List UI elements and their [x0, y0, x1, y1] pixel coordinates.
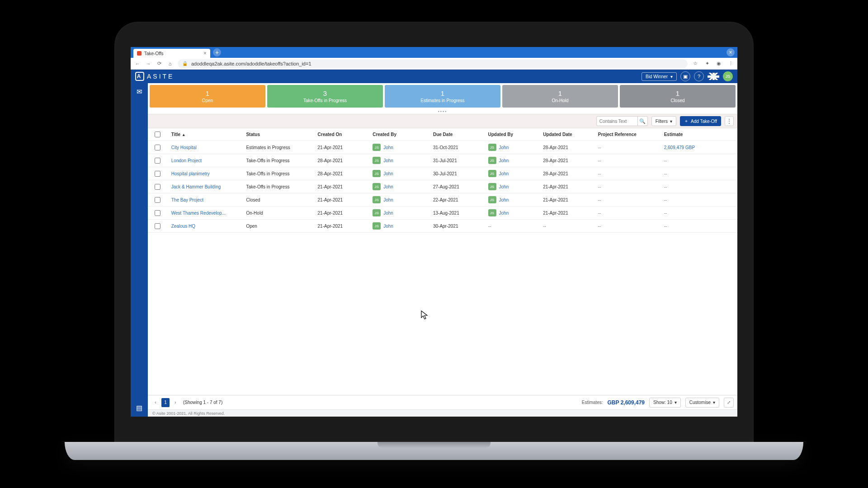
table-row[interactable]: Hospital planimetryTake-Offs in Progress… — [148, 167, 737, 180]
table-row[interactable]: The Bay ProjectClosed21-Apr-2021JSJohn22… — [148, 193, 737, 206]
user-chip[interactable]: JSJohn — [373, 209, 393, 216]
table-row[interactable]: Zealous HQOpen21-Apr-2021JSJohn30-Apr-20… — [148, 220, 737, 233]
laptop-bezel: Take-Offs × + × ← → ⟳ ⌂ 🔒 adoddleqa2ak.a… — [114, 22, 754, 442]
cell-title-link[interactable]: City Hospital — [171, 145, 197, 150]
cell-title: Hospital planimetry — [168, 167, 243, 180]
search-button[interactable]: 🔍 — [637, 117, 647, 126]
cell-estimate: 2,609,479 GBP — [660, 141, 737, 154]
col-updated-by[interactable]: Updated By — [485, 128, 540, 141]
status-card[interactable]: 3Take-Offs in Progress — [267, 85, 383, 108]
tab-close-icon[interactable]: × — [203, 50, 207, 56]
nav-forward-icon[interactable]: → — [145, 61, 151, 67]
status-card[interactable]: 1Open — [150, 85, 265, 108]
help-button[interactable]: ? — [694, 71, 704, 81]
user-chip[interactable]: JSJohn — [488, 183, 509, 190]
status-card[interactable]: 1Closed — [620, 85, 736, 108]
user-chip[interactable]: JSJohn — [488, 157, 509, 164]
user-chip[interactable]: JSJohn — [488, 144, 509, 151]
locale-flag-uk[interactable] — [708, 73, 719, 80]
show-count-dropdown[interactable]: Show: 10 ▾ — [649, 398, 681, 408]
role-dropdown[interactable]: Bid Winner ▾ — [642, 72, 677, 81]
browser-menu-icon[interactable]: ⋮ — [727, 61, 734, 67]
col-estimate[interactable]: Estimate — [660, 128, 737, 141]
search-input[interactable] — [597, 119, 637, 124]
table-row[interactable]: West Thames Redevelop...On-Hold21-Apr-20… — [148, 206, 737, 220]
table-row[interactable]: London ProjectTake-Offs in Progress28-Ap… — [148, 154, 737, 167]
cell-title-link[interactable]: West Thames Redevelop... — [171, 211, 226, 216]
user-badge: JS — [488, 196, 496, 203]
nav-reload-icon[interactable]: ⟳ — [156, 61, 162, 67]
cell-updated-by: -- — [485, 220, 540, 233]
new-tab-button[interactable]: + — [213, 48, 221, 56]
col-due-date[interactable]: Due Date — [429, 128, 485, 141]
cell-title-link[interactable]: Jack & Hammer Building — [171, 184, 221, 189]
nav-back-icon[interactable]: ← — [134, 61, 141, 67]
row-checkbox[interactable] — [155, 210, 160, 216]
pager-prev[interactable]: ‹ — [151, 398, 160, 407]
select-all-checkbox[interactable] — [155, 131, 160, 137]
brand-logo[interactable]: A ASITE — [135, 72, 174, 81]
customise-dropdown[interactable]: Customise ▾ — [685, 398, 719, 408]
more-actions-button[interactable]: ⋮ — [725, 116, 734, 126]
user-chip[interactable]: JSJohn — [373, 222, 393, 230]
pager-current[interactable]: 1 — [161, 398, 170, 407]
address-input[interactable]: 🔒 adoddleqa2ak.asite.com/adoddle/takeoff… — [178, 59, 688, 68]
col-status[interactable]: Status — [242, 128, 314, 141]
user-chip[interactable]: JSJohn — [373, 183, 393, 190]
row-checkbox[interactable] — [155, 223, 160, 229]
nav-home-icon[interactable]: ⌂ — [167, 61, 173, 67]
col-project-ref[interactable]: Project Reference — [594, 128, 660, 141]
add-takeoff-button[interactable]: ＋ Add Take-Off — [680, 116, 721, 126]
table-row[interactable]: City HospitalEstimates in Progress21-Apr… — [148, 141, 737, 154]
filters-button[interactable]: Filters ▾ — [651, 116, 676, 126]
user-chip[interactable]: JSJohn — [488, 196, 509, 203]
video-button[interactable]: ▣ — [680, 71, 690, 81]
table-header-row: Title ▴ Status Created On Created By Due… — [148, 128, 737, 141]
user-chip[interactable]: JSJohn — [373, 157, 393, 164]
cell-title-link[interactable]: Zealous HQ — [171, 224, 195, 229]
cell-created-on: 21-Apr-2021 — [314, 141, 369, 154]
panel-grip-icon[interactable]: •••• — [148, 109, 737, 114]
user-chip[interactable]: JSJohn — [373, 196, 393, 203]
col-title[interactable]: Title ▴ — [168, 128, 243, 141]
fullscreen-button[interactable]: ⤢ — [724, 398, 734, 408]
cell-project-ref: -- — [594, 167, 660, 180]
rail-docs-icon[interactable]: ▤ — [133, 402, 145, 414]
rail-home-icon[interactable]: ✉ — [133, 86, 145, 98]
user-chip[interactable]: JSJohn — [373, 144, 393, 151]
user-badge: JS — [373, 209, 381, 216]
table-row[interactable]: Jack & Hammer BuildingTake-Offs in Progr… — [148, 180, 737, 193]
star-icon[interactable]: ☆ — [692, 61, 698, 67]
row-checkbox[interactable] — [155, 171, 160, 177]
pager-next[interactable]: › — [171, 398, 179, 407]
browser-tab[interactable]: Take-Offs × — [133, 49, 210, 58]
col-updated-date[interactable]: Updated Date — [539, 128, 594, 141]
window-close-button[interactable]: × — [726, 48, 735, 56]
cell-status: Take-Offs in Progress — [242, 180, 314, 193]
cell-status: Open — [242, 220, 314, 233]
user-chip[interactable]: JSJohn — [373, 170, 393, 177]
user-chip[interactable]: JSJohn — [488, 170, 509, 177]
cell-created-on: 21-Apr-2021 — [314, 206, 369, 220]
cell-status: Closed — [242, 193, 314, 206]
cell-title-link[interactable]: Hospital planimetry — [171, 171, 210, 176]
col-created-on[interactable]: Created On — [314, 128, 369, 141]
cell-created-by: JSJohn — [369, 167, 429, 180]
status-card[interactable]: 1Estimates in Progress — [385, 85, 500, 108]
cell-created-on: 28-Apr-2021 — [314, 167, 369, 180]
status-card[interactable]: 1On-Hold — [502, 85, 618, 108]
cell-created-by: JSJohn — [369, 180, 429, 193]
user-avatar[interactable]: JS — [723, 71, 733, 81]
col-created-by[interactable]: Created By — [369, 128, 429, 141]
row-checkbox[interactable] — [155, 158, 160, 164]
cell-title-link[interactable]: The Bay Project — [171, 197, 203, 202]
row-checkbox[interactable] — [155, 145, 160, 150]
profile-icon[interactable]: ◉ — [716, 61, 722, 67]
cell-select — [148, 220, 168, 233]
row-checkbox[interactable] — [155, 184, 160, 190]
extensions-icon[interactable]: ✦ — [704, 61, 710, 67]
user-chip[interactable]: JSJohn — [488, 209, 509, 216]
cell-estimate-link[interactable]: 2,609,479 GBP — [664, 145, 695, 150]
cell-title-link[interactable]: London Project — [171, 158, 202, 163]
row-checkbox[interactable] — [155, 197, 160, 203]
